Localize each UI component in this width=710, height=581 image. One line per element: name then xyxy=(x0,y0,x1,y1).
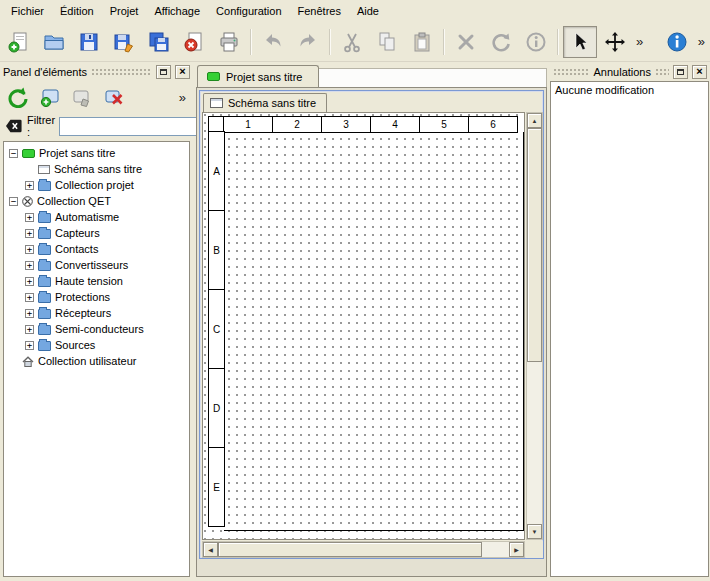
undo-button[interactable] xyxy=(256,26,290,58)
toolbar-overflow-button[interactable]: » xyxy=(633,35,646,48)
edit-element-button[interactable] xyxy=(68,83,96,111)
print-button[interactable] xyxy=(212,26,246,58)
horizontal-scrollbar[interactable]: ◀ ▶ xyxy=(202,541,525,558)
expander-icon[interactable]: + xyxy=(25,245,34,254)
diagram-canvas[interactable] xyxy=(203,113,524,539)
tree-item-schema[interactable]: Schéma sans titre xyxy=(4,161,189,177)
expander-icon[interactable]: + xyxy=(25,293,34,302)
schema-tab[interactable]: Schéma sans titre xyxy=(203,93,327,112)
expander-icon[interactable]: − xyxy=(9,197,18,206)
diagram-viewport[interactable]: 1 2 3 4 5 6 A B C D xyxy=(202,112,525,540)
undo-panel: Annulations × Aucune modification xyxy=(550,63,710,577)
save-button[interactable] xyxy=(72,26,106,58)
delete-icon xyxy=(455,31,477,53)
new-file-button[interactable] xyxy=(2,26,36,58)
expander-icon[interactable]: + xyxy=(25,229,34,238)
folder-icon xyxy=(38,245,51,255)
row-header: A xyxy=(208,131,225,211)
tree-item-collection-projet[interactable]: + Collection projet xyxy=(4,177,189,193)
dock-grip[interactable] xyxy=(91,67,152,76)
tree-item-semi-conducteurs[interactable]: + Semi-conducteurs xyxy=(4,321,189,337)
elements-panel-titlebar[interactable]: Panel d'éléments × xyxy=(0,63,193,80)
cut-button[interactable] xyxy=(335,26,369,58)
expander-icon[interactable]: − xyxy=(9,149,18,158)
close-panel-button[interactable]: × xyxy=(692,65,707,79)
menu-aide[interactable]: Aide xyxy=(349,1,387,21)
undo-panel-titlebar[interactable]: Annulations × xyxy=(550,63,710,80)
new-element-button[interactable] xyxy=(36,83,64,111)
dock-grip[interactable] xyxy=(553,67,590,76)
tree-item-capteurs[interactable]: + Capteurs xyxy=(4,225,189,241)
open-folder-icon xyxy=(43,31,65,53)
dock-grip[interactable] xyxy=(655,67,669,76)
filter-input[interactable] xyxy=(59,117,209,136)
row-header: B xyxy=(208,210,225,290)
expander-icon[interactable]: + xyxy=(25,261,34,270)
tree-item-convertisseurs[interactable]: + Convertisseurs xyxy=(4,257,189,273)
tree-item-collection-qet[interactable]: − Collection QET xyxy=(4,193,189,209)
schema-view: 1 2 3 4 5 6 A B C D xyxy=(200,112,543,558)
undo-empty-item[interactable]: Aucune modification xyxy=(555,84,704,96)
expander-icon[interactable]: + xyxy=(25,325,34,334)
close-file-button[interactable] xyxy=(177,26,211,58)
open-file-button[interactable] xyxy=(37,26,71,58)
delete-element-button[interactable] xyxy=(100,83,128,111)
expander-icon[interactable]: + xyxy=(25,309,34,318)
menu-fenetres[interactable]: Fenêtres xyxy=(290,1,349,21)
tree-item-project[interactable]: − Projet sans titre xyxy=(4,145,189,161)
close-panel-button[interactable]: × xyxy=(175,65,190,79)
undo-history-list[interactable]: Aucune modification xyxy=(550,81,709,577)
tree-item-sources[interactable]: + Sources xyxy=(4,337,189,353)
horizontal-scroll-thumb[interactable] xyxy=(218,542,482,557)
save-as-button[interactable] xyxy=(107,26,141,58)
expander-icon[interactable]: + xyxy=(25,277,34,286)
tree-item-label: Collection utilisateur xyxy=(38,355,136,367)
scrollbar-corner xyxy=(526,541,543,558)
scroll-left-button[interactable]: ◀ xyxy=(203,542,218,557)
expander-icon[interactable]: + xyxy=(25,341,34,350)
main-toolbar: » » xyxy=(0,22,710,62)
float-panel-button[interactable] xyxy=(156,65,171,79)
save-all-button[interactable] xyxy=(142,26,176,58)
paste-button[interactable] xyxy=(405,26,439,58)
scroll-up-button[interactable]: ▲ xyxy=(527,113,542,128)
panel-overflow-button[interactable]: » xyxy=(176,91,189,104)
menu-affichage[interactable]: Affichage xyxy=(146,1,208,21)
expander-icon[interactable]: + xyxy=(25,213,34,222)
toolbar-extension-button[interactable]: » xyxy=(695,35,708,48)
scroll-right-button[interactable]: ▶ xyxy=(509,542,524,557)
menu-fichier[interactable]: Fichier xyxy=(3,1,52,21)
clear-filter-button[interactable] xyxy=(5,117,23,135)
about-button[interactable] xyxy=(660,26,694,58)
elements-panel: Panel d'éléments × » xyxy=(0,63,193,577)
select-tool-button[interactable] xyxy=(563,26,597,58)
menu-configuration[interactable]: Configuration xyxy=(208,1,289,21)
delete-button[interactable] xyxy=(449,26,483,58)
clear-filter-icon xyxy=(5,118,23,134)
expander-icon[interactable]: + xyxy=(25,181,34,190)
vertical-scroll-thumb[interactable] xyxy=(527,128,542,362)
tree-item-protections[interactable]: + Protections xyxy=(4,289,189,305)
schema-tabbar: Schéma sans titre xyxy=(200,91,543,112)
scroll-down-button[interactable]: ▼ xyxy=(527,524,542,539)
menu-edition[interactable]: Édition xyxy=(52,1,102,21)
move-tool-button[interactable] xyxy=(598,26,632,58)
menu-projet[interactable]: Projet xyxy=(102,1,147,21)
float-panel-button[interactable] xyxy=(673,65,688,79)
copy-button[interactable] xyxy=(370,26,404,58)
reload-collections-button[interactable] xyxy=(4,83,32,111)
rotate-button[interactable] xyxy=(484,26,518,58)
elements-tree[interactable]: − Projet sans titre Schéma sans titre + … xyxy=(3,141,190,577)
redo-button[interactable] xyxy=(291,26,325,58)
object-info-button[interactable] xyxy=(519,26,553,58)
tree-item-contacts[interactable]: + Contacts xyxy=(4,241,189,257)
tree-item-haute-tension[interactable]: + Haute tension xyxy=(4,273,189,289)
tree-item-automatisme[interactable]: + Automatisme xyxy=(4,209,189,225)
schema-child-window: Schéma sans titre 1 2 3 4 5 xyxy=(199,90,544,559)
project-tab[interactable]: Projet sans titre xyxy=(197,65,319,87)
tree-item-recepteurs[interactable]: + Récepteurs xyxy=(4,305,189,321)
tree-item-collection-utilisateur[interactable]: Collection utilisateur xyxy=(4,353,189,369)
toolbar-separator xyxy=(250,29,252,55)
vertical-scrollbar[interactable]: ▲ ▼ xyxy=(526,112,543,540)
float-icon xyxy=(677,69,684,75)
